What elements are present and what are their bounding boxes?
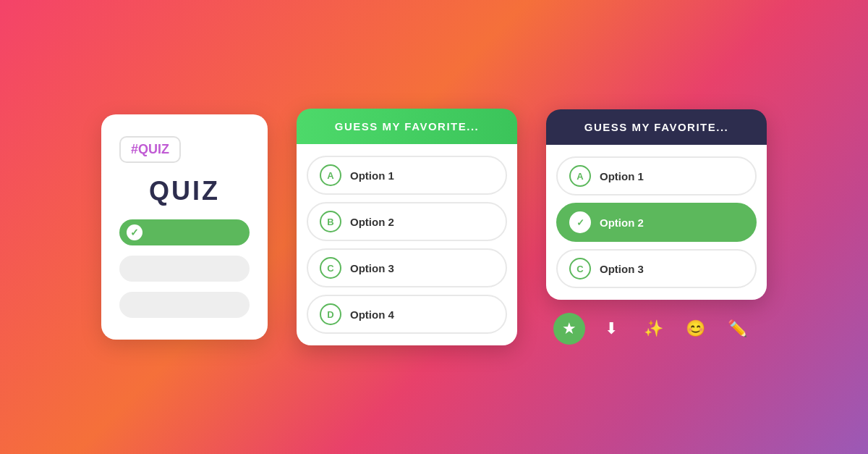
option-label: Option 3 [350, 262, 394, 274]
option-label: Option 1 [350, 169, 394, 182]
emoji-sparkle-icon[interactable]: ✨ [637, 313, 669, 345]
option-check-icon: ✓ [569, 211, 591, 233]
panel1-header: GUESS MY FAVORITE... [297, 109, 517, 144]
option-letter-a: A [320, 164, 341, 186]
option-letter-b: B [320, 211, 341, 232]
option-label: Option 2 [350, 216, 394, 228]
option-letter-d: D [320, 303, 341, 325]
quiz-panel-1: GUESS MY FAVORITE... A Option 1 B Option… [297, 109, 517, 345]
panel2-header: GUESS MY FAVORITE... [546, 109, 767, 145]
option-label: Option 3 [600, 263, 644, 275]
option-label-selected: Option 2 [600, 217, 644, 229]
option-row[interactable]: C Option 3 [556, 249, 757, 288]
option-row[interactable]: A Option 1 [307, 156, 507, 195]
page-wrapper: #QUIZ QUIZ ✓ GUESS MY FAVORITE... A Opti… [0, 0, 868, 454]
panel2-body: A Option 1 ✓ Option 2 C Option 3 [546, 145, 767, 300]
pencil-icon[interactable]: ✏️ [721, 313, 753, 345]
download-icon[interactable]: ⬇ [595, 313, 627, 345]
right-section: GUESS MY FAVORITE... A Option 1 ✓ Option… [546, 109, 767, 345]
quiz-check-icon: ✓ [127, 224, 142, 240]
quiz-empty-bar-2[interactable] [119, 292, 250, 318]
bottom-icons-row: ★ ⬇ ✨ 😊 ✏️ [546, 313, 753, 345]
star-icon[interactable]: ★ [553, 313, 585, 345]
option-label: Option 1 [600, 170, 644, 182]
option-row[interactable]: D Option 4 [307, 295, 507, 334]
quiz-card: #QUIZ QUIZ ✓ [101, 114, 268, 340]
option-row[interactable]: A Option 1 [556, 156, 757, 196]
option-row-selected[interactable]: ✓ Option 2 [556, 203, 757, 242]
quiz-hashtag-badge: #QUIZ [119, 136, 181, 163]
sticker-icon[interactable]: 😊 [679, 313, 711, 345]
panel1-body: A Option 1 B Option 2 C Option 3 D Optio… [297, 144, 517, 345]
option-row[interactable]: B Option 2 [307, 202, 507, 241]
quiz-empty-bar-1[interactable] [119, 256, 250, 282]
quiz-selected-bar[interactable]: ✓ [119, 219, 250, 245]
option-letter-a: A [569, 165, 591, 187]
option-letter-c: C [320, 257, 341, 279]
quiz-panel-2: GUESS MY FAVORITE... A Option 1 ✓ Option… [546, 109, 767, 300]
option-label: Option 4 [350, 308, 394, 321]
option-row[interactable]: C Option 3 [307, 248, 507, 287]
quiz-title: QUIZ [119, 176, 250, 206]
option-letter-c: C [569, 258, 591, 279]
